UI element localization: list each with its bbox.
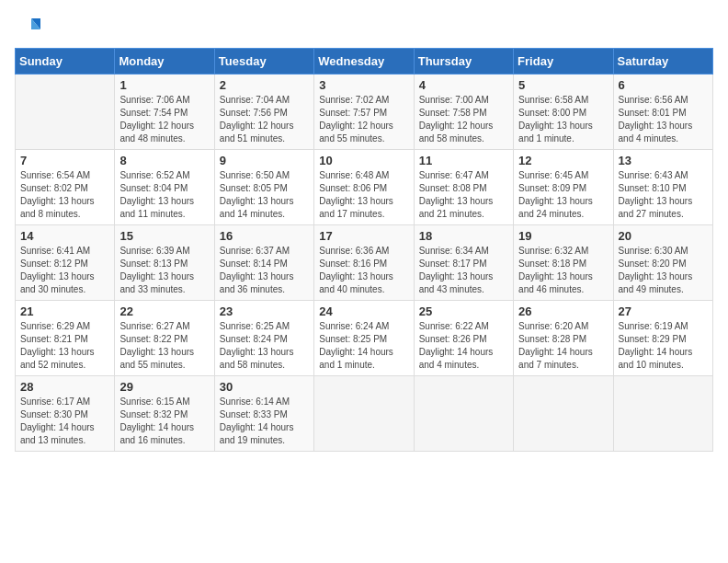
day-info: Sunrise: 6:29 AM Sunset: 8:21 PM Dayligh… (20, 320, 109, 372)
day-cell: 14Sunrise: 6:41 AM Sunset: 8:12 PM Dayli… (16, 225, 115, 301)
day-cell: 6Sunrise: 6:56 AM Sunset: 8:01 PM Daylig… (613, 75, 712, 150)
day-cell: 20Sunrise: 6:30 AM Sunset: 8:20 PM Dayli… (613, 225, 712, 301)
day-info: Sunrise: 6:24 AM Sunset: 8:25 PM Dayligh… (319, 320, 408, 372)
day-cell: 5Sunrise: 6:58 AM Sunset: 8:00 PM Daylig… (514, 75, 613, 150)
day-cell: 23Sunrise: 6:25 AM Sunset: 8:24 PM Dayli… (214, 301, 313, 376)
day-number: 5 (518, 78, 608, 92)
day-info: Sunrise: 7:02 AM Sunset: 7:57 PM Dayligh… (319, 94, 408, 145)
day-number: 16 (220, 229, 309, 243)
day-info: Sunrise: 6:14 AM Sunset: 8:33 PM Dayligh… (220, 396, 309, 447)
day-number: 21 (20, 304, 109, 318)
day-cell: 21Sunrise: 6:29 AM Sunset: 8:21 PM Dayli… (16, 301, 115, 376)
day-cell: 17Sunrise: 6:36 AM Sunset: 8:16 PM Dayli… (314, 225, 414, 301)
day-info: Sunrise: 6:32 AM Sunset: 8:18 PM Dayligh… (518, 245, 608, 296)
day-number: 30 (220, 380, 309, 394)
day-info: Sunrise: 6:39 AM Sunset: 8:13 PM Dayligh… (119, 245, 209, 296)
day-info: Sunrise: 7:06 AM Sunset: 7:54 PM Dayligh… (119, 94, 209, 145)
day-number: 9 (220, 154, 309, 167)
day-number: 4 (419, 78, 508, 92)
day-info: Sunrise: 7:00 AM Sunset: 7:58 PM Dayligh… (419, 94, 508, 145)
day-number: 2 (220, 78, 309, 92)
day-info: Sunrise: 6:36 AM Sunset: 8:16 PM Dayligh… (319, 245, 408, 296)
logo-icon (15, 15, 40, 40)
day-number: 15 (119, 229, 209, 243)
day-info: Sunrise: 6:41 AM Sunset: 8:12 PM Dayligh… (20, 245, 109, 296)
header-row: SundayMondayTuesdayWednesdayThursdayFrid… (16, 49, 713, 75)
day-info: Sunrise: 6:15 AM Sunset: 8:32 PM Dayligh… (119, 396, 209, 447)
day-cell: 19Sunrise: 6:32 AM Sunset: 8:18 PM Dayli… (514, 225, 613, 301)
day-info: Sunrise: 6:43 AM Sunset: 8:10 PM Dayligh… (619, 169, 708, 221)
day-info: Sunrise: 7:04 AM Sunset: 7:56 PM Dayligh… (220, 94, 309, 145)
day-info: Sunrise: 6:52 AM Sunset: 8:04 PM Dayligh… (119, 169, 209, 221)
header (15, 15, 713, 40)
day-cell (314, 376, 414, 452)
col-header-sunday: Sunday (16, 49, 115, 75)
day-number: 6 (619, 78, 708, 92)
day-info: Sunrise: 6:48 AM Sunset: 8:06 PM Dayligh… (319, 169, 408, 221)
day-cell: 3Sunrise: 7:02 AM Sunset: 7:57 PM Daylig… (314, 75, 414, 150)
day-number: 25 (419, 304, 508, 318)
day-cell: 16Sunrise: 6:37 AM Sunset: 8:14 PM Dayli… (214, 225, 313, 301)
day-number: 22 (119, 304, 209, 318)
day-cell: 30Sunrise: 6:14 AM Sunset: 8:33 PM Dayli… (214, 376, 313, 452)
day-info: Sunrise: 6:56 AM Sunset: 8:01 PM Dayligh… (619, 94, 708, 145)
day-cell: 24Sunrise: 6:24 AM Sunset: 8:25 PM Dayli… (314, 301, 414, 376)
day-cell: 13Sunrise: 6:43 AM Sunset: 8:10 PM Dayli… (613, 150, 712, 225)
day-number: 27 (619, 304, 708, 318)
day-cell: 29Sunrise: 6:15 AM Sunset: 8:32 PM Dayli… (115, 376, 214, 452)
logo (15, 15, 44, 40)
day-cell: 25Sunrise: 6:22 AM Sunset: 8:26 PM Dayli… (414, 301, 513, 376)
day-number: 3 (319, 78, 408, 92)
day-info: Sunrise: 6:20 AM Sunset: 8:28 PM Dayligh… (518, 320, 608, 372)
day-cell (414, 376, 513, 452)
calendar-table: SundayMondayTuesdayWednesdayThursdayFrid… (15, 48, 713, 452)
day-number: 13 (619, 154, 708, 167)
day-info: Sunrise: 6:27 AM Sunset: 8:22 PM Dayligh… (119, 320, 209, 372)
day-number: 20 (619, 229, 708, 243)
day-number: 18 (419, 229, 508, 243)
day-cell: 26Sunrise: 6:20 AM Sunset: 8:28 PM Dayli… (514, 301, 613, 376)
day-cell: 8Sunrise: 6:52 AM Sunset: 8:04 PM Daylig… (115, 150, 214, 225)
col-header-saturday: Saturday (613, 49, 712, 75)
day-info: Sunrise: 6:45 AM Sunset: 8:09 PM Dayligh… (518, 169, 608, 221)
day-cell: 1Sunrise: 7:06 AM Sunset: 7:54 PM Daylig… (115, 75, 214, 150)
day-number: 23 (220, 304, 309, 318)
day-info: Sunrise: 6:19 AM Sunset: 8:29 PM Dayligh… (619, 320, 708, 372)
calendar-header: SundayMondayTuesdayWednesdayThursdayFrid… (16, 49, 713, 75)
day-info: Sunrise: 6:47 AM Sunset: 8:08 PM Dayligh… (419, 169, 508, 221)
day-cell: 7Sunrise: 6:54 AM Sunset: 8:02 PM Daylig… (16, 150, 115, 225)
day-cell: 12Sunrise: 6:45 AM Sunset: 8:09 PM Dayli… (514, 150, 613, 225)
calendar-body: 1Sunrise: 7:06 AM Sunset: 7:54 PM Daylig… (16, 75, 713, 452)
col-header-tuesday: Tuesday (214, 49, 313, 75)
col-header-thursday: Thursday (414, 49, 513, 75)
day-info: Sunrise: 6:50 AM Sunset: 8:05 PM Dayligh… (220, 169, 309, 221)
day-number: 28 (20, 380, 109, 394)
day-number: 24 (319, 304, 408, 318)
week-row-4: 21Sunrise: 6:29 AM Sunset: 8:21 PM Dayli… (16, 301, 713, 376)
col-header-friday: Friday (514, 49, 613, 75)
day-number: 14 (20, 229, 109, 243)
week-row-1: 1Sunrise: 7:06 AM Sunset: 7:54 PM Daylig… (16, 75, 713, 150)
col-header-monday: Monday (115, 49, 214, 75)
day-info: Sunrise: 6:22 AM Sunset: 8:26 PM Dayligh… (419, 320, 508, 372)
day-number: 12 (518, 154, 608, 167)
day-cell (16, 75, 115, 150)
day-number: 17 (319, 229, 408, 243)
day-cell (514, 376, 613, 452)
day-cell: 11Sunrise: 6:47 AM Sunset: 8:08 PM Dayli… (414, 150, 513, 225)
day-number: 19 (518, 229, 608, 243)
day-number: 11 (419, 154, 508, 167)
day-cell: 10Sunrise: 6:48 AM Sunset: 8:06 PM Dayli… (314, 150, 414, 225)
day-number: 26 (518, 304, 608, 318)
day-number: 10 (319, 154, 408, 167)
day-number: 29 (119, 380, 209, 394)
day-cell: 18Sunrise: 6:34 AM Sunset: 8:17 PM Dayli… (414, 225, 513, 301)
week-row-2: 7Sunrise: 6:54 AM Sunset: 8:02 PM Daylig… (16, 150, 713, 225)
day-cell: 28Sunrise: 6:17 AM Sunset: 8:30 PM Dayli… (16, 376, 115, 452)
day-info: Sunrise: 6:30 AM Sunset: 8:20 PM Dayligh… (619, 245, 708, 296)
day-cell: 9Sunrise: 6:50 AM Sunset: 8:05 PM Daylig… (214, 150, 313, 225)
day-number: 1 (119, 78, 209, 92)
week-row-3: 14Sunrise: 6:41 AM Sunset: 8:12 PM Dayli… (16, 225, 713, 301)
day-info: Sunrise: 6:58 AM Sunset: 8:00 PM Dayligh… (518, 94, 608, 145)
col-header-wednesday: Wednesday (314, 49, 414, 75)
